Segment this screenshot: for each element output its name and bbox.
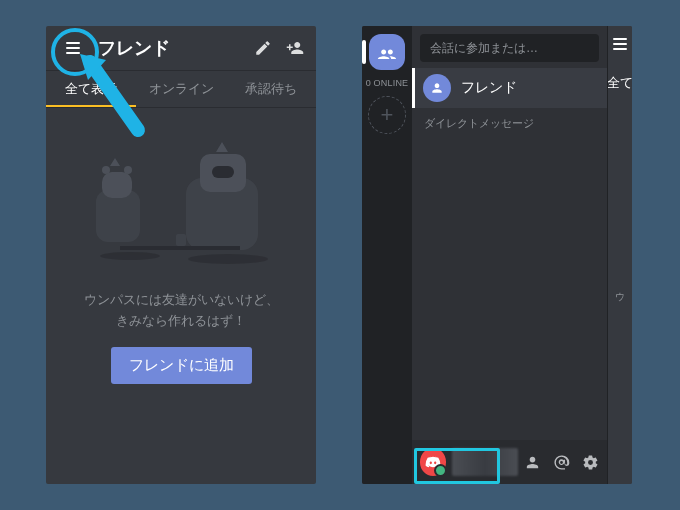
empty-line-2: きみなら作れるはず！ bbox=[84, 311, 279, 332]
empty-state: ウンパスには友達がいないけど、 きみなら作れるはず！ フレンドに追加 bbox=[46, 108, 316, 384]
header: フレンド bbox=[46, 26, 316, 71]
add-server-button[interactable]: + bbox=[368, 96, 406, 134]
settings-icon[interactable] bbox=[582, 454, 599, 471]
add-friend-icon[interactable] bbox=[286, 39, 304, 57]
plus-icon: + bbox=[381, 102, 394, 128]
home-button[interactable] bbox=[369, 34, 405, 70]
page-title: フレンド bbox=[98, 36, 254, 60]
add-friend-button[interactable]: フレンドに追加 bbox=[111, 347, 252, 384]
dm-section-header: ダイレクトメッセージ bbox=[412, 108, 607, 139]
dm-sidebar-screen: 0 ONLINE + 会話に参加または… フレンド ダイレクトメッセージ bbox=[362, 26, 632, 484]
discord-logo-icon[interactable] bbox=[420, 448, 446, 476]
friends-tabs: 全て表示 オンライン 承認待ち bbox=[46, 71, 316, 108]
tab-online[interactable]: オンライン bbox=[136, 71, 226, 107]
search-placeholder: 会話に参加または… bbox=[430, 40, 589, 57]
conversation-search[interactable]: 会話に参加または… bbox=[420, 34, 599, 62]
dm-panel: 会話に参加または… フレンド ダイレクトメッセージ bbox=[412, 26, 608, 484]
user-bar bbox=[412, 440, 607, 484]
compose-icon[interactable] bbox=[254, 39, 272, 57]
header-actions bbox=[254, 39, 304, 57]
menu-button[interactable] bbox=[58, 33, 88, 63]
hamburger-icon bbox=[613, 38, 627, 50]
wumpus-illustration bbox=[86, 142, 276, 276]
friends-icon bbox=[377, 45, 397, 59]
tab-underline bbox=[46, 105, 136, 107]
peek-next-screen: 全て ウ bbox=[608, 26, 632, 484]
menu-button-peek[interactable] bbox=[613, 38, 627, 50]
empty-state-text: ウンパスには友達がいないけど、 きみなら作れるはず！ bbox=[84, 290, 279, 333]
hamburger-icon bbox=[66, 42, 80, 54]
bottom-icons bbox=[524, 454, 599, 471]
tab-pending[interactable]: 承認待ち bbox=[226, 71, 316, 107]
tab-all[interactable]: 全て表示 bbox=[46, 71, 136, 107]
profile-icon[interactable] bbox=[524, 454, 541, 471]
friends-nav-label: フレンド bbox=[461, 79, 517, 97]
server-rail: 0 ONLINE + bbox=[362, 26, 412, 484]
friends-screen: フレンド 全て表示 オンライン 承認待ち ウンパスには友達がい bbox=[46, 26, 316, 484]
online-count: 0 ONLINE bbox=[366, 78, 409, 88]
peek-tab-label: 全て bbox=[607, 74, 632, 92]
peek-text-fragment: ウ bbox=[615, 290, 625, 304]
friends-nav-item[interactable]: フレンド bbox=[412, 68, 607, 108]
empty-line-1: ウンパスには友達がいないけど、 bbox=[84, 290, 279, 311]
friends-avatar-icon bbox=[423, 74, 451, 102]
username-redacted bbox=[452, 448, 518, 476]
mentions-icon[interactable] bbox=[553, 454, 570, 471]
